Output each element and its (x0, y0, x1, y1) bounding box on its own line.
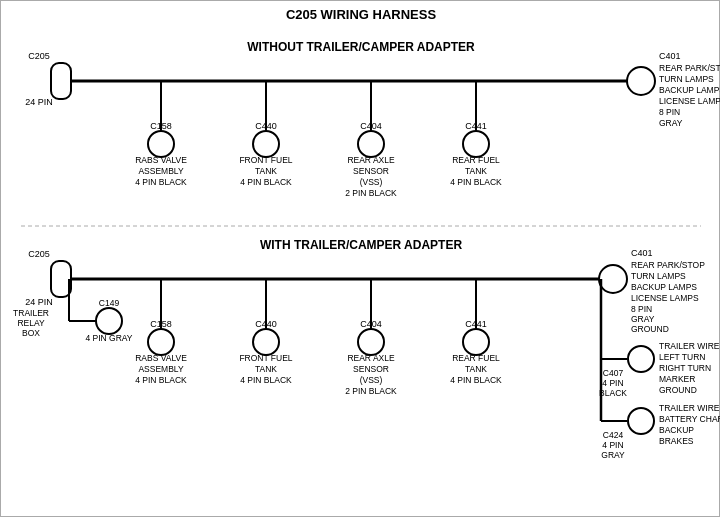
section2-c404-line3: (VSS) (360, 375, 383, 385)
page-container: C205 WIRING HARNESS WITHOUT TRAILER/CAMP… (0, 0, 720, 517)
section1-c404-line3: (VSS) (360, 177, 383, 187)
section1-c404-line4: 2 PIN BLACK (345, 188, 397, 198)
section2-c440-circle (253, 329, 279, 355)
section2-c407-trailer: TRAILER WIRES (659, 341, 720, 351)
section1-c404-label: C404 (360, 121, 382, 131)
section1-c440-line2: TANK (255, 166, 277, 176)
section1-c401-line4: LICENSE LAMPS (659, 96, 720, 106)
section1-left-rect (51, 63, 71, 99)
section2-c424-color: GRAY (601, 450, 625, 460)
section2-c401-label: C401 (631, 248, 653, 258)
section2-c158-circle (148, 329, 174, 355)
section1-c440-label: C440 (255, 121, 277, 131)
section2-24pin: 24 PIN (25, 297, 53, 307)
section2-c440-label: C440 (255, 319, 277, 329)
section2-c401-color: GRAY (631, 314, 655, 324)
section1-c401-line1: REAR PARK/STOP (659, 63, 720, 73)
section2-c401-line3: BACKUP LAMPS (631, 282, 697, 292)
section2-c404-line4: 2 PIN BLACK (345, 386, 397, 396)
section2-c441-line2: TANK (465, 364, 487, 374)
section1-c158-circle (148, 131, 174, 157)
section2-c205-label: C205 (28, 249, 50, 259)
section2-c407-label: C407 (603, 368, 624, 378)
section1-c401-pins: 8 PIN (659, 107, 680, 117)
section2-c407-marker: MARKER (659, 374, 695, 384)
section1-c401-color: GRAY (659, 118, 683, 128)
section2-c158-label: C158 (150, 319, 172, 329)
section2-c424-brakes: BRAKES (659, 436, 694, 446)
section2-c441-line1: REAR FUEL (452, 353, 500, 363)
main-title: C205 WIRING HARNESS (286, 7, 437, 22)
section2-c407-rt: RIGHT TURN (659, 363, 711, 373)
section2-c401-line4: LICENSE LAMPS (631, 293, 699, 303)
section1-c401-line3: BACKUP LAMPS (659, 85, 720, 95)
section2-c440-line1: FRONT FUEL (239, 353, 292, 363)
section1-c441-circle (463, 131, 489, 157)
section1-c404-line1: REAR AXLE (347, 155, 395, 165)
section2-trailer-relay-label: TRAILER (13, 308, 49, 318)
section1-c441-label: C441 (465, 121, 487, 131)
section1-c158-line1: RABS VALVE (135, 155, 187, 165)
section2-c401-ground: GROUND (631, 324, 669, 334)
section1-c441-line2: TANK (465, 166, 487, 176)
section1-c441-line3: 4 PIN BLACK (450, 177, 502, 187)
section2-label: WITH TRAILER/CAMPER ADAPTER (260, 238, 463, 252)
section2-c158-line2: ASSEMBLY (138, 364, 184, 374)
section2-c149-label: C149 (99, 298, 120, 308)
section2-c407-lt: LEFT TURN (659, 352, 705, 362)
section1-c404-line2: SENSOR (353, 166, 389, 176)
section2-c149-pins: 4 PIN GRAY (85, 333, 132, 343)
section1-c404-circle (358, 131, 384, 157)
section1-c205-label: C205 (28, 51, 50, 61)
section2-c424-circle (628, 408, 654, 434)
section1-right-circle (627, 67, 655, 95)
section2-c407-color: BLACK (599, 388, 627, 398)
section1-c441-line1: REAR FUEL (452, 155, 500, 165)
section1-c440-circle (253, 131, 279, 157)
section2-c158-line1: RABS VALVE (135, 353, 187, 363)
section2-c440-line2: TANK (255, 364, 277, 374)
section2-c401-pins: 8 PIN (631, 304, 652, 314)
section2-c407-circle (628, 346, 654, 372)
section2-c401-line1: REAR PARK/STOP (631, 260, 705, 270)
section1-c158-label: C158 (150, 121, 172, 131)
section2-c404-line1: REAR AXLE (347, 353, 395, 363)
section2-trailer-relay-label2: RELAY (17, 318, 45, 328)
section2-c404-circle (358, 329, 384, 355)
section2-c441-label: C441 (465, 319, 487, 329)
section2-c407-ground: GROUND (659, 385, 697, 395)
section2-c149-circle (96, 308, 122, 334)
section1-label: WITHOUT TRAILER/CAMPER ADAPTER (247, 40, 475, 54)
section2-c404-line2: SENSOR (353, 364, 389, 374)
section2-trailer-relay-label3: BOX (22, 328, 40, 338)
section2-c424-trailer: TRAILER WIRES (659, 403, 720, 413)
section2-c158-line3: 4 PIN BLACK (135, 375, 187, 385)
section2-c424-label: C424 (603, 430, 624, 440)
section2-c407-pins: 4 PIN (602, 378, 623, 388)
section1-c401-line2: TURN LAMPS (659, 74, 714, 84)
section1-c440-line3: 4 PIN BLACK (240, 177, 292, 187)
section1-c440-line1: FRONT FUEL (239, 155, 292, 165)
section1-c158-line2: ASSEMBLY (138, 166, 184, 176)
section2-c440-line3: 4 PIN BLACK (240, 375, 292, 385)
section2-c441-circle (463, 329, 489, 355)
section1-24pin: 24 PIN (25, 97, 53, 107)
section2-c424-pins: 4 PIN (602, 440, 623, 450)
section2-c424-backup: BACKUP (659, 425, 694, 435)
section2-c424-bat: BATTERY CHARGE (659, 414, 720, 424)
section1-c401-label: C401 (659, 51, 681, 61)
wiring-diagram-svg: C205 WIRING HARNESS WITHOUT TRAILER/CAMP… (1, 1, 720, 517)
section1-c158-line3: 4 PIN BLACK (135, 177, 187, 187)
section2-c401-line2: TURN LAMPS (631, 271, 686, 281)
section2-right-circle (599, 265, 627, 293)
section2-c441-line3: 4 PIN BLACK (450, 375, 502, 385)
section2-c404-label: C404 (360, 319, 382, 329)
